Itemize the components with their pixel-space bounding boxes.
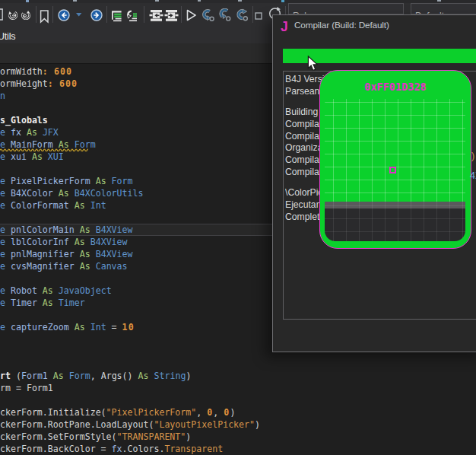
toolbar-separator <box>52 6 53 23</box>
next-sub-icon[interactable] <box>164 9 179 22</box>
magnifier-canvas <box>325 99 465 241</box>
debug-step-over-icon[interactable] <box>202 8 215 22</box>
center-pixel-indicator <box>389 167 396 173</box>
code-line: rm = Form1 <box>0 382 476 394</box>
menu-text-fragment <box>155 0 159 2</box>
code-line <box>0 394 476 406</box>
code-line: ckerForm.BackColor = fx.Colors.Transpare… <box>0 443 476 455</box>
toolbar-separator <box>106 6 107 23</box>
paste-icon-fragment <box>0 8 4 21</box>
compile-dialog-titlebar[interactable]: J Compilar (Build: Default) <box>273 15 476 35</box>
previous-sub-icon[interactable] <box>149 9 163 22</box>
code-line <box>0 358 476 370</box>
menu-text-fragment <box>238 0 242 2</box>
b4j-logo-icon: J <box>281 19 288 35</box>
log-text-fragment: 4X <box>470 170 476 181</box>
menu-text-fragment <box>198 0 201 2</box>
code-line: ckerForm.RootPane.LoadLayout("LayoutPixe… <box>0 418 476 431</box>
history-dropdown-icon[interactable] <box>76 13 82 18</box>
navigate-forward-icon[interactable] <box>90 9 103 21</box>
code-line: ckerForm.SetFormStyle("TRANSPARENT") <box>0 431 476 443</box>
mouse-cursor <box>307 56 319 72</box>
uncomment-code-icon[interactable] <box>126 10 138 23</box>
toolbar-separator <box>144 6 144 23</box>
magnified-dark-region <box>325 202 465 241</box>
ide-window: Release Default Utils ormWidth: 600ormHe… <box>0 0 476 455</box>
log-text-fragment: ) <box>471 151 474 161</box>
debug-step-into-icon[interactable] <box>219 8 233 22</box>
build-profile-select[interactable]: Default <box>411 3 476 14</box>
picked-color-label: 0xFF01D328 <box>320 81 471 93</box>
stop-icon[interactable] <box>255 12 263 20</box>
build-config-select[interactable]: Release <box>288 3 404 14</box>
menu-text-fragment <box>281 0 284 2</box>
toolbar-separator <box>252 6 253 23</box>
undo-icon[interactable] <box>8 10 17 20</box>
pixel-picker-window[interactable]: 0xFF01D328 <box>319 70 471 249</box>
tab-utils[interactable]: Utils <box>0 31 15 42</box>
comment-code-icon[interactable] <box>111 10 123 23</box>
toolbar-separator <box>181 6 182 23</box>
menu-text-fragment <box>437 0 441 2</box>
debug-step-out-icon[interactable] <box>236 8 250 22</box>
navigate-back-icon[interactable] <box>58 9 70 21</box>
toolbar-separator <box>36 6 36 23</box>
menu-text-fragment <box>73 0 77 2</box>
bookmark-icon[interactable] <box>40 10 49 24</box>
run-icon[interactable] <box>186 9 197 22</box>
compile-dialog-title: Compilar (Build: Default) <box>294 20 389 30</box>
menu-text-fragment <box>26 0 29 2</box>
redo-icon[interactable] <box>21 10 31 20</box>
code-line: rt (Form1 As Form, Args() As String) <box>0 370 476 382</box>
code-line: ckerForm.Initialize("PixelPickerForm", 0… <box>0 406 476 418</box>
